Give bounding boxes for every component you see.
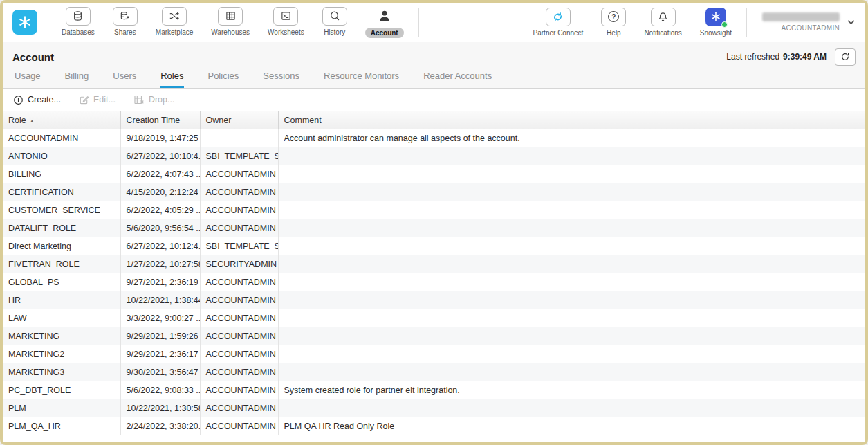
tab-sessions[interactable]: Sessions: [262, 66, 300, 88]
table-row[interactable]: HR10/22/2021, 1:38:44...ACCOUNTADMIN: [3, 291, 865, 309]
nav-item-history[interactable]: History: [313, 6, 356, 38]
nav-label: Notifications: [644, 28, 681, 37]
table-row[interactable]: ACCOUNTADMIN9/18/2019, 1:47:25 ...Accoun…: [3, 129, 865, 147]
nav-item-notifications[interactable]: Notifications: [635, 6, 690, 39]
column-header-owner[interactable]: Owner: [200, 111, 278, 129]
tab-users[interactable]: Users: [112, 66, 137, 88]
chevron-down-icon[interactable]: [845, 17, 857, 28]
drop-label: Drop...: [149, 95, 175, 105]
nav-item-help[interactable]: ? Help: [592, 6, 635, 39]
table-row[interactable]: BILLING6/2/2022, 4:07:43 ...ACCOUNTADMIN: [3, 165, 865, 183]
notifications-icon: [651, 8, 676, 26]
nav-divider: [746, 8, 747, 37]
cell-owner: SBI_TEMPLATE_SN...: [200, 147, 278, 165]
table-row[interactable]: Direct Marketing6/27/2022, 10:12:4...SBI…: [3, 237, 865, 255]
table-row[interactable]: DATALIFT_ROLE5/6/2020, 9:56:54 ...ACCOUN…: [3, 219, 865, 237]
tab-usage[interactable]: Usage: [14, 66, 41, 88]
cell-role: MARKETING: [3, 327, 120, 345]
cell-comment: [278, 309, 865, 327]
snowflake-logo[interactable]: [12, 10, 37, 35]
table-row[interactable]: PC_DBT_ROLE5/6/2022, 9:08:33 ...ACCOUNTA…: [3, 381, 865, 399]
databases-icon: [66, 7, 91, 26]
column-header-role[interactable]: Role▲: [3, 111, 120, 129]
cell-creation-time: 2/24/2022, 3:38:20...: [120, 417, 200, 435]
cell-owner: ACCOUNTADMIN: [200, 291, 278, 309]
cell-creation-time: 4/15/2020, 2:12:24 ...: [120, 183, 200, 201]
table-row[interactable]: PLM10/22/2021, 1:30:58...ACCOUNTADMIN: [3, 399, 865, 417]
table-row[interactable]: GLOBAL_PS9/27/2021, 2:36:19 ...ACCOUNTAD…: [3, 273, 865, 291]
column-label: Role: [8, 116, 26, 125]
nav-item-account[interactable]: Account: [356, 6, 413, 39]
tab-resource-monitors[interactable]: Resource Monitors: [323, 66, 400, 88]
table-row[interactable]: MARKETING9/29/2021, 1:59:26 ...ACCOUNTAD…: [3, 327, 865, 345]
cell-comment: [278, 219, 865, 237]
cell-creation-time: 10/22/2021, 1:30:58...: [120, 399, 200, 417]
cell-role: HR: [3, 291, 120, 309]
tab-billing[interactable]: Billing: [64, 66, 90, 88]
cell-creation-time: 1/27/2022, 10:27:58...: [120, 255, 200, 273]
table-row[interactable]: CUSTOMER_SERVICE6/2/2022, 4:05:29 ...ACC…: [3, 201, 865, 219]
column-label: Creation Time: [127, 116, 181, 125]
cell-comment: [278, 255, 865, 273]
nav-item-shares[interactable]: Shares: [104, 6, 147, 38]
cell-owner: ACCOUNTADMIN: [200, 327, 278, 345]
tab-reader-accounts[interactable]: Reader Accounts: [423, 66, 492, 88]
nav-label: Partner Connect: [533, 28, 584, 37]
question-glyph: ?: [608, 11, 619, 22]
user-name-redacted: [762, 12, 840, 21]
tab-policies[interactable]: Policies: [207, 66, 239, 88]
column-header-creation-time[interactable]: Creation Time: [120, 111, 200, 129]
column-header-comment[interactable]: Comment: [278, 111, 865, 129]
nav-label: Help: [607, 28, 621, 37]
nav-item-partner-connect[interactable]: Partner Connect: [524, 6, 593, 39]
nav-item-warehouses[interactable]: Warehouses: [202, 6, 259, 38]
cell-owner: ACCOUNTADMIN: [200, 165, 278, 183]
warehouses-icon: [218, 7, 243, 26]
create-plus-icon: [13, 95, 24, 105]
nav-divider: [418, 8, 419, 37]
refresh-button[interactable]: [835, 48, 856, 66]
table-row[interactable]: MARKETING39/30/2021, 3:56:47 ...ACCOUNTA…: [3, 363, 865, 381]
nav-item-snowsight[interactable]: Snowsight: [691, 6, 741, 39]
drop-button[interactable]: Drop...: [133, 94, 175, 105]
column-label: Owner: [206, 116, 232, 125]
cell-comment: [278, 237, 865, 255]
snowflake-icon: [17, 15, 33, 30]
table-row[interactable]: MARKETING29/29/2021, 2:36:17 ...ACCOUNTA…: [3, 345, 865, 363]
table-row[interactable]: ANTONIO6/27/2022, 10:10:4...SBI_TEMPLATE…: [3, 147, 865, 165]
cell-comment: [278, 345, 865, 363]
table-row[interactable]: FIVETRAN_ROLE1/27/2022, 10:27:58...SECUR…: [3, 255, 865, 273]
nav-item-marketplace[interactable]: Marketplace: [147, 6, 202, 38]
nav-label: Warehouses: [211, 28, 250, 37]
nav-item-databases[interactable]: Databases: [53, 6, 104, 38]
drop-table-x-icon: [133, 94, 145, 105]
table-row[interactable]: LAW3/3/2022, 9:00:27 ...ACCOUNTADMIN: [3, 309, 865, 327]
cell-role: PLM_QA_HR: [3, 417, 120, 435]
cell-comment: PLM QA HR Read Only Role: [278, 417, 865, 435]
cell-comment: [278, 273, 865, 291]
cell-role: MARKETING2: [3, 345, 120, 363]
cell-creation-time: 9/18/2019, 1:47:25 ...: [120, 129, 200, 147]
user-menu[interactable]: ACCOUNTADMIN: [762, 12, 840, 32]
nav-label: Databases: [62, 28, 95, 37]
cell-role: Direct Marketing: [3, 237, 120, 255]
cell-comment: [278, 165, 865, 183]
cell-comment: [278, 201, 865, 219]
nav-item-worksheets[interactable]: Worksheets: [259, 6, 313, 38]
tab-roles[interactable]: Roles: [160, 66, 184, 88]
cell-role: ANTONIO: [3, 147, 120, 165]
cell-owner: SBI_TEMPLATE_SN...: [200, 237, 278, 255]
cell-comment: [278, 399, 865, 417]
cell-comment: System created role for partner elt inte…: [278, 381, 865, 399]
cell-role: BILLING: [3, 165, 120, 183]
cell-owner: [200, 129, 278, 147]
create-button[interactable]: Create...: [13, 95, 61, 105]
history-icon: [322, 7, 347, 26]
edit-button[interactable]: Edit...: [79, 95, 116, 105]
roles-table: Role▲ Creation Time Owner Comment ACCOUN…: [3, 111, 865, 435]
nav-label: Worksheets: [268, 28, 304, 37]
cell-comment: [278, 183, 865, 201]
table-row[interactable]: CERTIFICATION4/15/2020, 2:12:24 ...ACCOU…: [3, 183, 865, 201]
cell-owner: ACCOUNTADMIN: [200, 417, 278, 435]
table-row[interactable]: PLM_QA_HR2/24/2022, 3:38:20...ACCOUNTADM…: [3, 417, 865, 435]
